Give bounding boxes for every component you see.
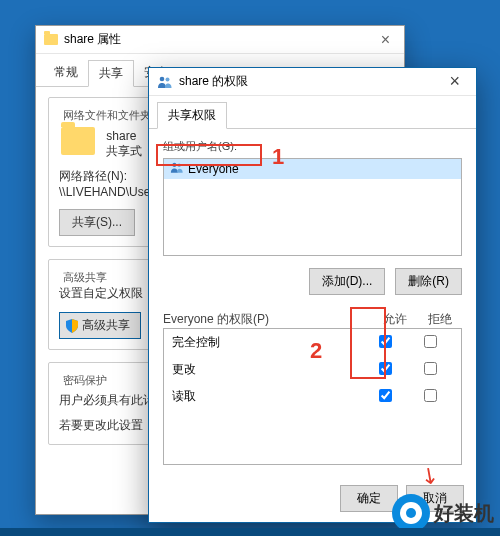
window-title: share 的权限 — [179, 73, 248, 90]
perm-name: 读取 — [172, 388, 363, 405]
share-button[interactable]: 共享(S)... — [59, 209, 135, 236]
folder-large-icon — [61, 127, 95, 155]
svg-point-2 — [172, 163, 176, 167]
allow-checkbox[interactable] — [379, 389, 392, 402]
tab-share-permissions[interactable]: 共享权限 — [157, 102, 227, 129]
advanced-share-button[interactable]: 高级共享 — [59, 312, 141, 339]
titlebar[interactable]: share 的权限 × — [149, 68, 476, 96]
people-icon — [170, 162, 184, 176]
deny-checkbox[interactable] — [424, 335, 437, 348]
tab-general[interactable]: 常规 — [44, 60, 88, 86]
svg-point-1 — [166, 77, 170, 81]
deny-checkbox[interactable] — [424, 389, 437, 402]
add-button[interactable]: 添加(D)... — [309, 268, 386, 295]
deny-checkbox[interactable] — [424, 362, 437, 375]
remove-button[interactable]: 删除(R) — [395, 268, 462, 295]
group-title: 高级共享 — [59, 270, 111, 285]
user-buttons: 添加(D)... 删除(R) — [163, 268, 462, 295]
share-status: 共享式 — [106, 144, 142, 158]
tabs: 共享权限 — [149, 96, 476, 129]
svg-point-0 — [160, 76, 165, 81]
close-icon[interactable]: × — [375, 31, 396, 49]
watermark: 好装机 — [392, 494, 494, 532]
users-label: 组或用户名(G): — [163, 139, 462, 154]
people-icon — [157, 76, 173, 88]
tab-sharing[interactable]: 共享 — [88, 60, 134, 87]
taskbar — [0, 528, 500, 536]
col-allow: 允许 — [372, 311, 417, 328]
perm-name: 完全控制 — [172, 334, 363, 351]
folder-icon — [44, 34, 58, 45]
permissions-window: share 的权限 × 共享权限 组或用户名(G): Everyone 添加(D… — [148, 67, 477, 523]
group-title: 密码保护 — [59, 373, 111, 388]
annotation-label-2: 2 — [310, 338, 322, 364]
perm-row-read: 读取 — [164, 383, 461, 410]
users-listbox[interactable]: Everyone — [163, 158, 462, 256]
adv-btn-label: 高级共享 — [82, 317, 130, 334]
perm-label: Everyone 的权限(P) — [163, 311, 372, 328]
allow-checkbox[interactable] — [379, 362, 392, 375]
perm-header: Everyone 的权限(P) 允许 拒绝 — [163, 311, 462, 328]
user-name: Everyone — [188, 162, 239, 176]
share-name: share — [106, 129, 136, 143]
annotation-label-1: 1 — [272, 144, 284, 170]
perm-name: 更改 — [172, 361, 363, 378]
watermark-logo-icon — [392, 494, 430, 532]
allow-checkbox[interactable] — [379, 335, 392, 348]
share-info: share 共享式 — [106, 129, 142, 160]
window-title: share 属性 — [64, 31, 121, 48]
close-icon[interactable]: × — [441, 71, 468, 92]
titlebar[interactable]: share 属性 × — [36, 26, 404, 54]
col-deny: 拒绝 — [417, 311, 462, 328]
watermark-text: 好装机 — [434, 500, 494, 527]
body: 组或用户名(G): Everyone 添加(D)... 删除(R) Everyo… — [149, 129, 476, 475]
svg-point-3 — [177, 163, 181, 167]
list-item[interactable]: Everyone — [164, 159, 461, 179]
ok-button[interactable]: 确定 — [340, 485, 398, 512]
shield-icon — [66, 319, 78, 333]
